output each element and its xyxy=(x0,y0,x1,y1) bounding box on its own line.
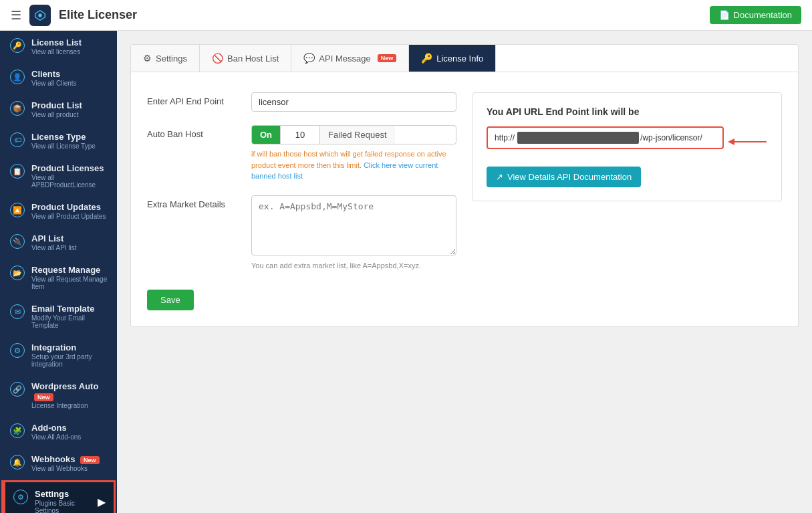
sidebar-item-license-list[interactable]: 🔑 License List View all licenses xyxy=(0,31,117,62)
svg-point-1 xyxy=(38,13,41,17)
integration-title: Integration xyxy=(31,342,109,352)
settings-tab-icon: ⚙ xyxy=(143,53,152,64)
license-info-icon: 🔑 xyxy=(421,53,432,64)
url-masked: ████████████████████ xyxy=(517,132,639,144)
active-arrow-icon: ▶ xyxy=(98,496,106,508)
product-updates-icon: 🔼 xyxy=(10,203,25,217)
settings-icon: ⚙ xyxy=(13,490,28,504)
request-manage-title: Request Manage xyxy=(31,265,109,275)
topbar: ☰ Elite Licenser 📄 Documentation xyxy=(0,0,812,31)
addons-sub: View All Add-ons xyxy=(31,433,81,441)
sidebar-item-wordpress-auto[interactable]: 🔗 Wordpress Auto New License Integration xyxy=(0,375,117,416)
auto-ban-count-input[interactable] xyxy=(280,126,320,144)
email-template-icon: ✉ xyxy=(10,304,25,319)
email-template-title: Email Template xyxy=(31,304,109,314)
auto-ban-helper: if will ban those host which will get fa… xyxy=(251,148,456,182)
api-url-box: http:// ████████████████████ /wp-json/li… xyxy=(487,126,724,149)
auto-ban-on-label: On xyxy=(252,126,280,144)
auto-ban-label: Auto Ban Host xyxy=(147,125,241,139)
hamburger-icon[interactable]: ☰ xyxy=(11,8,21,23)
sidebar-item-product-updates[interactable]: 🔼 Product Updates View all Product Updat… xyxy=(0,195,117,227)
app-title: Elite Licenser xyxy=(59,8,137,22)
product-list-title: Product List xyxy=(31,100,82,110)
auto-ban-row: Auto Ban Host On Failed Request if will … xyxy=(147,125,456,182)
license-list-sub: View all licenses xyxy=(31,48,82,56)
extra-market-label: Extra Market Details xyxy=(147,195,241,209)
view-docs-icon: ↗ xyxy=(496,172,503,182)
doc-icon: 📄 xyxy=(719,10,730,20)
sidebar-item-settings[interactable]: ⚙ Settings Plugins Basic Settings ▶ xyxy=(3,482,114,513)
tab-settings[interactable]: ⚙ Settings xyxy=(131,45,200,72)
sidebar-item-license-type[interactable]: 🏷 License Type View all License Type xyxy=(0,125,117,157)
api-endpoint-row: Enter API End Point xyxy=(147,92,456,112)
main-content: ⚙ Settings 🚫 Ban Host List 💬 API Message… xyxy=(117,31,812,513)
settings-active-border: ⚙ Settings Plugins Basic Settings ▶ xyxy=(1,480,116,513)
save-button[interactable]: Save xyxy=(147,290,194,310)
api-endpoint-input[interactable] xyxy=(251,92,456,112)
webhooks-icon: 🔔 xyxy=(10,455,25,470)
product-updates-title: Product Updates xyxy=(31,202,106,212)
url-prefix: http:// xyxy=(495,133,515,142)
clients-icon: 👤 xyxy=(10,70,25,84)
sidebar-item-clients[interactable]: 👤 Clients View all Clients xyxy=(0,62,117,94)
sidebar-item-api-list[interactable]: 🔌 API List View all API list xyxy=(0,227,117,258)
clients-sub: View all Clients xyxy=(31,80,77,87)
sidebar-item-product-licenses[interactable]: 📋 Product Licenses View all APBDProductL… xyxy=(0,157,117,195)
email-template-sub: Modify Your Email Template xyxy=(31,314,109,329)
auto-ban-suffix-label: Failed Request xyxy=(320,126,394,144)
tab-api-message[interactable]: 💬 API Message New xyxy=(291,45,409,72)
addons-title: Add-ons xyxy=(31,423,81,433)
form-left: Enter API End Point Auto Ban Host On xyxy=(147,92,456,310)
api-list-icon: 🔌 xyxy=(10,234,25,249)
sidebar-item-webhooks[interactable]: 🔔 Webhooks New View all Webhooks xyxy=(0,447,117,479)
clients-title: Clients xyxy=(31,69,77,79)
api-message-badge: New xyxy=(378,54,397,62)
app-logo xyxy=(29,5,51,26)
product-licenses-title: Product Licenses xyxy=(31,163,109,173)
api-endpoint-label: Enter API End Point xyxy=(147,92,241,106)
product-list-icon: 📦 xyxy=(10,101,25,116)
view-docs-button[interactable]: ↗ View Details API Documentation xyxy=(487,167,641,187)
sidebar-item-addons[interactable]: 🧩 Add-ons View All Add-ons xyxy=(0,416,117,447)
documentation-button[interactable]: 📄 Documentation xyxy=(710,6,801,24)
tab-license-info[interactable]: 🔑 License Info xyxy=(409,45,496,72)
sidebar-item-request-manage[interactable]: 📂 Request Manage View all Request Manage… xyxy=(0,258,117,297)
sidebar-item-email-template[interactable]: ✉ Email Template Modify Your Email Templ… xyxy=(0,297,117,336)
url-suffix: /wp-json/licensor/ xyxy=(640,133,702,142)
view-banned-link[interactable]: Click here view current banned host list xyxy=(251,161,438,181)
webhooks-title: Webhooks New xyxy=(31,454,100,464)
wordpress-auto-sub: License Integration xyxy=(31,402,109,409)
license-type-sub: View all License Type xyxy=(31,142,96,150)
integration-sub: Setup your 3rd party integration xyxy=(31,353,109,368)
integration-icon: ⚙ xyxy=(10,343,25,358)
wordpress-auto-icon: 🔗 xyxy=(10,382,25,397)
settings-card: Enter API End Point Auto Ban Host On xyxy=(130,72,799,327)
webhooks-sub: View all Webhooks xyxy=(31,465,100,472)
ban-host-icon: 🚫 xyxy=(212,53,223,64)
license-type-icon: 🏷 xyxy=(10,132,25,147)
svg-marker-3 xyxy=(728,138,734,145)
extra-market-hint: You can add extra market list, like A=Ap… xyxy=(251,262,456,270)
settings-title: Settings xyxy=(35,489,91,499)
wordpress-auto-title: Wordpress Auto New xyxy=(31,381,109,401)
tab-ban-host[interactable]: 🚫 Ban Host List xyxy=(200,45,291,72)
request-manage-icon: 📂 xyxy=(10,266,25,280)
license-list-icon: 🔑 xyxy=(10,38,25,53)
sidebar-item-integration[interactable]: ⚙ Integration Setup your 3rd party integ… xyxy=(0,336,117,375)
right-panel-title: You API URL End Point link will be xyxy=(487,106,768,117)
extra-market-textarea[interactable] xyxy=(251,195,456,255)
tabs-bar: ⚙ Settings 🚫 Ban Host List 💬 API Message… xyxy=(130,44,799,72)
red-arrow-icon xyxy=(728,135,768,148)
sidebar-item-product-list[interactable]: 📦 Product List View all product xyxy=(0,94,117,125)
settings-sub: Plugins Basic Settings xyxy=(35,500,91,513)
product-updates-sub: View all Product Updates xyxy=(31,213,106,220)
api-message-icon: 💬 xyxy=(303,53,315,64)
sidebar: 🔑 License List View all licenses 👤 Clien… xyxy=(0,31,117,513)
api-list-sub: View all API list xyxy=(31,244,77,251)
auto-ban-control: On Failed Request xyxy=(251,125,456,144)
product-licenses-sub: View all APBDProductLicense xyxy=(31,174,109,189)
extra-market-row: Extra Market Details You can add extra m… xyxy=(147,195,456,270)
right-panel: You API URL End Point link will be http:… xyxy=(472,92,782,201)
addons-icon: 🧩 xyxy=(10,423,25,438)
license-type-title: License Type xyxy=(31,132,96,142)
